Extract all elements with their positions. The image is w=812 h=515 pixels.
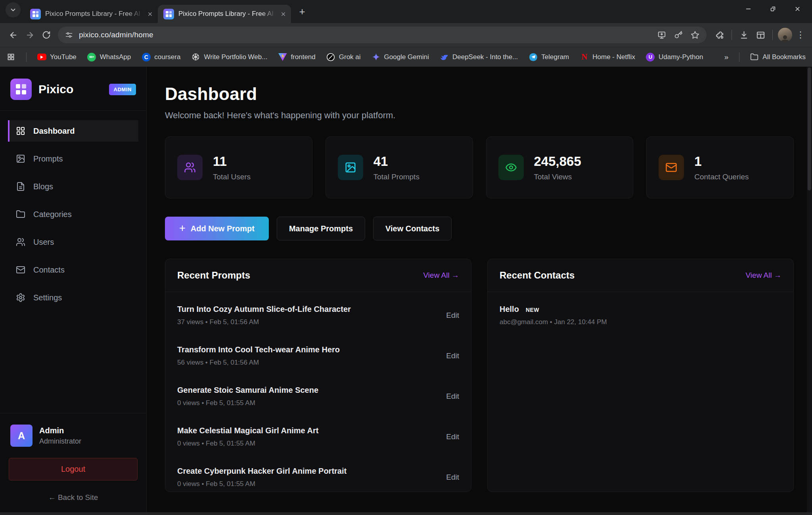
profile-avatar[interactable] <box>778 28 792 42</box>
stat-value: 245,865 <box>534 154 581 169</box>
tab-close-icon[interactable] <box>147 11 153 17</box>
sidebar-item-blogs[interactable]: Blogs <box>8 176 138 197</box>
dashboard-grid-icon <box>16 126 25 136</box>
telegram-icon <box>529 52 538 61</box>
bookmark-deepseek[interactable]: DeepSeek - Into the... <box>440 52 518 61</box>
side-panel-icon[interactable] <box>752 27 769 43</box>
site-info-tune-icon[interactable] <box>65 31 73 39</box>
bookmark-youtube[interactable]: YouTube <box>37 52 77 61</box>
edit-prompt-link[interactable]: Edit <box>446 311 459 320</box>
browser-toolbar: pixico.co/admin/home <box>0 23 812 47</box>
prompt-list-item: Generate Stoic Samurai Anime Scene 0 vie… <box>177 376 459 417</box>
bookmark-udemy[interactable]: U Udamy-Python <box>646 52 703 61</box>
stat-value: 41 <box>373 154 419 169</box>
prompt-list-item: Make Celestial Magical Girl Anime Art 0 … <box>177 417 459 457</box>
stat-card-total-prompts: 41 Total Prompts <box>326 136 473 198</box>
sidebar-user: A Admin Administrator <box>9 425 138 447</box>
prompt-list-item: Transform Into Cool Tech-wear Anime Hero… <box>177 336 459 376</box>
bookmarks-overflow-icon[interactable]: » <box>724 53 729 61</box>
contact-name: Hello <box>500 305 519 314</box>
contact-meta: abc@gmail.com • Jan 22, 10:44 PM <box>500 318 607 326</box>
view-contacts-button[interactable]: View Contacts <box>373 217 452 240</box>
user-role: Administrator <box>39 437 81 446</box>
pixico-logo-icon <box>10 79 32 100</box>
stat-label: Total Views <box>534 173 581 181</box>
admin-sidebar: Pixico ADMIN Dashboard Prompts Blogs <box>0 67 147 512</box>
stat-card-total-users: 11 Total Users <box>165 136 312 198</box>
quick-actions: + Add New Prompt Manage Prompts View Con… <box>165 217 794 240</box>
bookmark-telegram[interactable]: Telegram <box>529 52 569 61</box>
apps-grid-icon[interactable] <box>6 52 15 61</box>
mail-icon <box>659 155 684 180</box>
openai-icon <box>191 52 200 61</box>
view-all-prompts-link[interactable]: View All → <box>423 271 459 280</box>
edit-prompt-link[interactable]: Edit <box>446 432 459 441</box>
window-bottom-edge <box>0 512 812 515</box>
gear-icon <box>16 293 25 302</box>
brand-name: Pixico <box>38 83 102 96</box>
bookmark-grok[interactable]: Grok ai <box>326 52 361 61</box>
bookmark-netflix[interactable]: N Home - Netflix <box>580 52 635 61</box>
grok-icon <box>326 52 335 61</box>
add-new-prompt-button[interactable]: + Add New Prompt <box>165 217 269 240</box>
manage-prompts-button[interactable]: Manage Prompts <box>277 217 365 240</box>
forward-button[interactable] <box>21 27 38 43</box>
window-close-button[interactable] <box>785 0 810 17</box>
netflix-icon: N <box>580 52 589 61</box>
file-text-icon <box>16 182 25 191</box>
browser-window: Pixico Prompts Library - Free AI Pixico … <box>0 0 812 515</box>
bookmark-gemini[interactable]: Google Gemini <box>372 52 429 61</box>
recent-prompts-panel: Recent Prompts View All → Turn Into Cozy… <box>165 259 471 492</box>
stat-value: 1 <box>694 154 749 169</box>
tab-strip: Pixico Prompts Library - Free AI Pixico … <box>0 0 812 23</box>
bookmark-whatsapp[interactable]: 99+ WhatsApp <box>87 52 131 61</box>
stat-card-total-views: 245,865 Total Views <box>486 136 634 198</box>
browser-menu-kebab-icon[interactable]: ⋮ <box>794 30 807 40</box>
plus-icon: + <box>179 223 186 234</box>
url-text[interactable]: pixico.co/admin/home <box>79 31 657 39</box>
mail-icon <box>16 265 25 275</box>
view-all-contacts-link[interactable]: View All → <box>746 271 781 280</box>
extensions-puzzle-icon[interactable] <box>711 27 728 43</box>
window-minimize-button[interactable] <box>736 0 760 17</box>
window-restore-button[interactable] <box>760 0 785 17</box>
sidebar-item-settings[interactable]: Settings <box>8 287 138 308</box>
youtube-icon <box>37 52 46 61</box>
back-button[interactable] <box>5 27 21 43</box>
udemy-icon: U <box>646 52 655 61</box>
browser-tab-inactive[interactable]: Pixico Prompts Library - Free AI <box>25 5 158 23</box>
edit-prompt-link[interactable]: Edit <box>446 352 459 360</box>
sidebar-item-prompts[interactable]: Prompts <box>8 148 138 169</box>
new-tab-button[interactable]: + <box>295 4 309 19</box>
all-bookmarks-button[interactable]: All Bookmarks <box>750 53 806 61</box>
bookmark-coursera[interactable]: C coursera <box>142 52 180 61</box>
bookmark-write-portfolio[interactable]: Write Portfolio Web... <box>191 52 267 61</box>
logout-button[interactable]: Logout <box>9 458 138 480</box>
chevron-down-icon <box>10 6 17 13</box>
bookmark-frontend[interactable]: frontend <box>278 52 315 61</box>
password-key-icon[interactable] <box>674 31 683 39</box>
bookmark-star-icon[interactable] <box>691 31 699 39</box>
edit-prompt-link[interactable]: Edit <box>446 392 459 401</box>
stats-row: 11 Total Users 41 Total Prompts <box>165 136 794 198</box>
sidebar-item-contacts[interactable]: Contacts <box>8 259 138 281</box>
pixico-favicon-icon <box>163 9 174 19</box>
reload-button[interactable] <box>38 27 55 43</box>
sidebar-item-categories[interactable]: Categories <box>8 204 138 225</box>
page-title: Dashboard <box>165 84 794 104</box>
user-name: Admin <box>39 426 81 435</box>
sidebar-item-users[interactable]: Users <box>8 231 138 253</box>
back-to-site-link[interactable]: ← Back to Site <box>9 493 138 502</box>
browser-tab-active[interactable]: Pixico Prompts Library - Free AI <box>158 5 291 23</box>
prompt-list-item: Turn Into Cozy Autumn Slice-of-Life Char… <box>177 295 459 336</box>
tab-close-icon[interactable] <box>280 11 286 17</box>
stat-value: 11 <box>213 154 251 169</box>
edit-prompt-link[interactable]: Edit <box>446 473 459 482</box>
downloads-icon[interactable] <box>735 27 752 43</box>
install-app-icon[interactable] <box>657 31 666 39</box>
stat-label: Total Users <box>213 173 251 181</box>
page-scrollbar[interactable] <box>807 67 812 512</box>
url-bar[interactable]: pixico.co/admin/home <box>58 27 707 43</box>
sidebar-item-dashboard[interactable]: Dashboard <box>8 120 138 142</box>
tab-search-button[interactable] <box>6 2 21 17</box>
